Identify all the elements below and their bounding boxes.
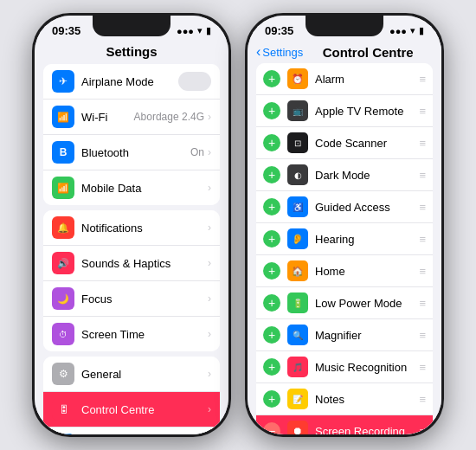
row-screentime[interactable]: ⏱ Screen Time › xyxy=(43,317,220,351)
controlcentre-icon: 🎛 xyxy=(52,398,74,421)
row-focus[interactable]: 🌙 Focus › xyxy=(43,281,220,317)
alarm-label: Alarm xyxy=(315,73,419,86)
add-darkmode[interactable]: + xyxy=(263,166,280,183)
cc-row-lowpower[interactable]: + 🔋 Low Power Mode ≡ xyxy=(256,287,433,319)
notes-icon: 📝 xyxy=(287,389,308,409)
hearing-icon: 👂 xyxy=(287,228,308,249)
add-hearing[interactable]: + xyxy=(263,230,280,248)
add-musicrec[interactable]: + xyxy=(263,358,280,376)
right-phone: 09:35 ●●● ▾ ▮ ‹ Settings Control Centre … xyxy=(245,13,444,437)
focus-label: Focus xyxy=(81,292,208,305)
controlcentre-label: Control Centre xyxy=(81,403,208,416)
musicrec-icon: 🎵 xyxy=(287,357,308,377)
home-label: Home xyxy=(315,265,419,278)
cc-row-hearing[interactable]: + 👂 Hearing ≡ xyxy=(256,223,433,255)
cc-row-notes[interactable]: + 📝 Notes ≡ xyxy=(256,383,433,415)
display-icon: ☀ xyxy=(52,434,74,434)
status-icons-left: ●●● ▾ ▮ xyxy=(177,25,211,36)
add-lowpower[interactable]: + xyxy=(263,294,280,312)
back-button[interactable]: ‹ Settings xyxy=(256,44,303,60)
cc-row-musicrec[interactable]: + 🎵 Music Recognition ≡ xyxy=(256,351,433,383)
status-icons-right: ●●● ▾ ▮ xyxy=(389,25,424,36)
add-codescanner[interactable]: + xyxy=(263,134,280,151)
wifi-value: Abordage 2.4G xyxy=(134,111,204,123)
cc-row-screenrecording[interactable]: − ⏺ Screen Recording ≡ xyxy=(256,415,433,434)
settings-group-3: ⚙ General › 🎛 Control Centre › ☀ Display… xyxy=(43,357,220,434)
alarm-drag: ≡ xyxy=(419,73,426,86)
remove-screenrecording[interactable]: − xyxy=(263,422,280,434)
codescanner-icon: ⊡ xyxy=(287,132,308,153)
screentime-icon: ⏱ xyxy=(52,323,74,345)
back-label: Settings xyxy=(262,46,303,59)
row-wifi[interactable]: 📶 Wi-Fi Abordage 2.4G › xyxy=(43,100,220,135)
airplane-label: Airplane Mode xyxy=(81,75,178,88)
row-general[interactable]: ⚙ General › xyxy=(43,357,220,392)
bluetooth-label: Bluetooth xyxy=(81,146,190,159)
cc-list: + ⏰ Alarm ≡ + 📺 Apple TV Remote ≡ + ⊡ Co… xyxy=(248,63,441,434)
general-icon: ⚙ xyxy=(52,363,74,385)
lowpower-icon: 🔋 xyxy=(287,292,308,313)
add-home[interactable]: + xyxy=(263,262,280,280)
row-notifications[interactable]: 🔔 Notifications › xyxy=(43,210,220,246)
cc-row-alarm[interactable]: + ⏰ Alarm ≡ xyxy=(256,63,433,95)
appletv-icon: 📺 xyxy=(287,100,308,121)
screenrecording-label: Screen Recording xyxy=(315,425,419,435)
magnifier-label: Magnifier xyxy=(315,329,419,342)
cc-row-darkmode[interactable]: + ◐ Dark Mode ≡ xyxy=(256,159,433,191)
battery-icon: ▮ xyxy=(206,25,211,36)
cc-row-appletv[interactable]: + 📺 Apple TV Remote ≡ xyxy=(256,95,433,127)
row-display[interactable]: ☀ Display & Brightness › xyxy=(43,428,220,434)
add-appletv[interactable]: + xyxy=(263,102,280,119)
notifications-icon: 🔔 xyxy=(52,216,74,239)
mobiledata-icon: 📶 xyxy=(52,177,74,199)
screenrecording-icon: ⏺ xyxy=(287,421,308,434)
notifications-label: Notifications xyxy=(81,222,208,235)
wifi-icon-r: ▾ xyxy=(410,25,415,36)
bluetooth-icon: B xyxy=(52,141,74,164)
focus-icon: 🌙 xyxy=(52,287,74,310)
hearing-label: Hearing xyxy=(315,233,419,246)
back-arrow-icon: ‹ xyxy=(256,44,261,60)
row-bluetooth[interactable]: B Bluetooth On › xyxy=(43,135,220,170)
notch xyxy=(93,16,170,36)
notch-right xyxy=(306,16,383,36)
cc-row-codescanner[interactable]: + ⊡ Code Scanner ≡ xyxy=(256,127,433,159)
lowpower-label: Low Power Mode xyxy=(315,297,419,310)
row-mobiledata[interactable]: 📶 Mobile Data › xyxy=(43,170,220,205)
home-icon: 🏠 xyxy=(287,260,308,281)
bluetooth-value: On xyxy=(190,146,204,158)
cc-row-magnifier[interactable]: + 🔍 Magnifier ≡ xyxy=(256,319,433,351)
settings-group-1: ✈ Airplane Mode 📶 Wi-Fi Abordage 2.4G › … xyxy=(43,64,220,205)
notes-label: Notes xyxy=(315,393,419,406)
sounds-icon: 🔊 xyxy=(52,252,74,274)
wifi-label: Wi-Fi xyxy=(81,111,134,124)
control-nav: ‹ Settings Control Centre xyxy=(248,41,441,63)
mobiledata-chevron: › xyxy=(208,182,211,194)
settings-group-2: 🔔 Notifications › 🔊 Sounds & Haptics › 🌙… xyxy=(43,210,220,351)
guidedaccess-icon: ♿ xyxy=(287,196,308,217)
wifi-icon: ▾ xyxy=(197,25,203,36)
signal-icon: ●●● xyxy=(177,26,194,36)
cc-row-home[interactable]: + 🏠 Home ≡ xyxy=(256,255,433,287)
alarm-icon: ⏰ xyxy=(287,68,308,89)
settings-list: ✈ Airplane Mode 📶 Wi-Fi Abordage 2.4G › … xyxy=(35,64,228,434)
codescanner-label: Code Scanner xyxy=(315,137,419,150)
add-notes[interactable]: + xyxy=(263,390,280,408)
add-alarm[interactable]: + xyxy=(263,70,280,87)
wifi-chevron: › xyxy=(208,111,211,123)
control-centre-title: Control Centre xyxy=(303,45,433,60)
left-phone: 09:35 ●●● ▾ ▮ Settings ✈ Airplane Mode 📶… xyxy=(32,13,231,437)
row-sounds[interactable]: 🔊 Sounds & Haptics › xyxy=(43,246,220,281)
battery-icon-r: ▮ xyxy=(419,25,424,36)
row-airplane[interactable]: ✈ Airplane Mode xyxy=(43,64,220,100)
cc-row-guidedaccess[interactable]: + ♿ Guided Access ≡ xyxy=(256,191,433,223)
bluetooth-chevron: › xyxy=(208,146,211,158)
darkmode-icon: ◐ xyxy=(287,164,308,185)
row-controlcentre[interactable]: 🎛 Control Centre › xyxy=(43,392,220,428)
sounds-label: Sounds & Haptics xyxy=(81,257,208,270)
add-magnifier[interactable]: + xyxy=(263,326,280,344)
darkmode-label: Dark Mode xyxy=(315,169,419,182)
airplane-toggle[interactable] xyxy=(178,72,211,91)
mobiledata-label: Mobile Data xyxy=(81,182,208,195)
add-guidedaccess[interactable]: + xyxy=(263,198,280,215)
